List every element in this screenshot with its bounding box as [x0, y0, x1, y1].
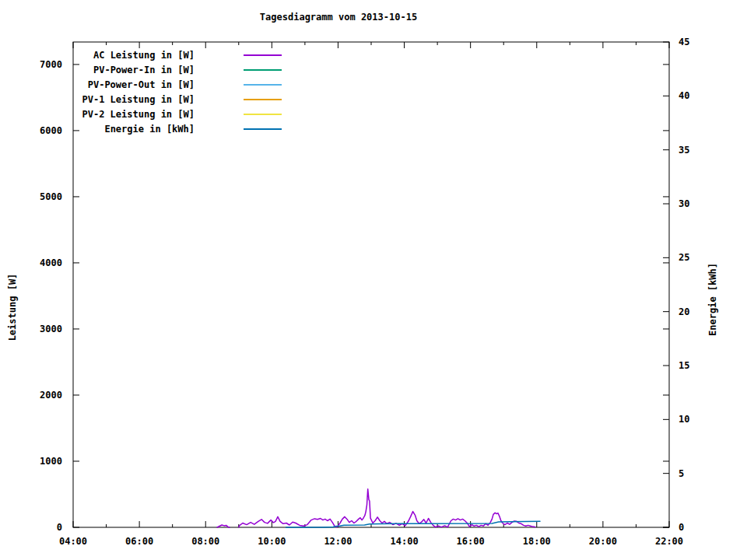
- y-tick-label: 5000: [40, 191, 62, 202]
- legend-line-sample: [244, 69, 282, 71]
- legend-line-sample: [244, 54, 282, 56]
- legend-label: Energie in [kWh]: [47, 124, 195, 135]
- legend-label: PV-1 Leistung in [W]: [47, 94, 195, 105]
- legend-item-pv-power-out: PV-Power-Out in [W]: [47, 77, 282, 92]
- y2-axis-label: Energie [kWh]: [707, 263, 718, 336]
- legend-line-sample: [244, 99, 282, 100]
- x-tick-label: 20:00: [589, 536, 617, 547]
- x-tick-label: 08:00: [191, 536, 219, 547]
- y2-tick-label: 30: [679, 198, 689, 209]
- y2-tick-label: 40: [679, 90, 689, 101]
- legend-line-sample: [244, 114, 282, 115]
- series-line: [286, 521, 540, 527]
- legend-label: PV-Power-In in [W]: [47, 65, 195, 75]
- legend-item-pv1-leistung: PV-1 Leistung in [W]: [47, 92, 282, 107]
- chart-canvas: 04:0006:0008:0010:0012:0014:0016:0018:00…: [0, 0, 747, 560]
- y2-tick-label: 10: [679, 414, 689, 425]
- chart-title: Tagesdiagramm vom 2013-10-15: [0, 12, 677, 23]
- y2-tick-label: 45: [679, 37, 689, 47]
- y-tick-label: 3000: [40, 324, 62, 334]
- y-tick-label: 1000: [40, 456, 62, 467]
- y-tick-label: 0: [57, 522, 62, 533]
- y-tick-label: 2000: [40, 390, 62, 401]
- y2-tick-label: 0: [679, 522, 684, 533]
- x-tick-label: 12:00: [324, 536, 352, 547]
- x-tick-label: 18:00: [523, 536, 551, 547]
- y2-tick-label: 20: [679, 306, 689, 317]
- legend-label: PV-2 Leistung in [W]: [47, 109, 195, 120]
- legend-item-pv-power-in: PV-Power-In in [W]: [47, 62, 282, 77]
- x-tick-label: 14:00: [390, 536, 418, 547]
- y-axis-label: Leistung [W]: [7, 274, 18, 341]
- y2-tick-label: 25: [679, 252, 689, 263]
- legend-item-pv2-leistung: PV-2 Leistung in [W]: [47, 107, 282, 121]
- x-tick-label: 04:00: [59, 536, 87, 547]
- x-tick-label: 16:00: [457, 536, 485, 547]
- y2-tick-label: 35: [679, 145, 689, 156]
- x-tick-label: 10:00: [258, 536, 286, 547]
- legend-item-ac-leistung: AC Leistung in [W]: [47, 47, 282, 62]
- x-tick-label: 06:00: [125, 536, 153, 547]
- y2-tick-label: 5: [679, 468, 684, 479]
- legend-label: PV-Power-Out in [W]: [47, 79, 195, 90]
- legend-label: AC Leistung in [W]: [47, 50, 195, 61]
- series-line: [217, 489, 535, 527]
- legend-line-sample: [244, 128, 282, 130]
- x-tick-label: 22:00: [655, 536, 683, 547]
- y2-tick-label: 15: [679, 360, 689, 371]
- legend-item-energie: Energie in [kWh]: [47, 121, 282, 136]
- legend: AC Leistung in [W] PV-Power-In in [W] PV…: [47, 47, 282, 136]
- y-tick-label: 4000: [40, 257, 62, 268]
- legend-line-sample: [244, 84, 282, 86]
